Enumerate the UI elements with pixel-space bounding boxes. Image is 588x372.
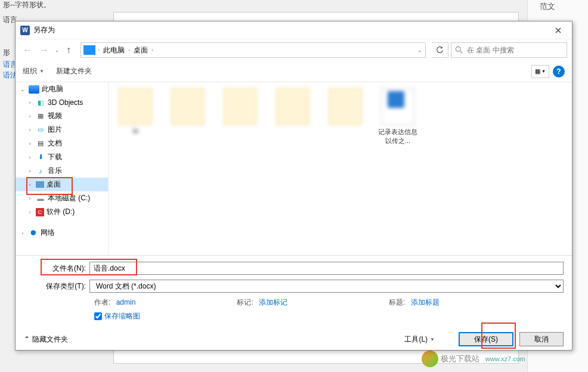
tag-label: 标记: [237, 298, 253, 306]
tree-item-network[interactable]: › ⬢ 网络 [16, 226, 108, 240]
document-icon [381, 88, 414, 125]
save-button[interactable]: 保存(S) [459, 332, 513, 346]
file-name: 记录表达信息以传之... [377, 128, 419, 145]
tree-item-local-c[interactable]: › ▬ 本地磁盘 (C:) [16, 191, 108, 205]
refresh-button[interactable] [432, 42, 448, 58]
tree-item-this-pc[interactable]: ⌄ 此电脑 [16, 82, 108, 96]
word-icon: W [20, 26, 30, 35]
new-folder-button[interactable]: 新建文件夹 [56, 66, 92, 76]
author-label: 作者: [94, 298, 110, 306]
title-label: 标题: [389, 298, 405, 306]
pc-icon [29, 85, 39, 94]
dialog-footer: 文件名(N): 保存类型(T): Word 文档 (*.docx) 作者: ad… [16, 255, 572, 350]
folder-icon [224, 88, 257, 125]
view-options-button[interactable]: ▦▼ [531, 65, 549, 78]
address-bar[interactable]: › 此电脑 › 桌面 › ⌄ [81, 42, 426, 58]
thumbnail-checkbox[interactable] [94, 312, 102, 320]
tree-label: 软件 (D:) [47, 207, 104, 217]
expand-icon[interactable]: › [19, 230, 26, 236]
organize-button[interactable]: 组织 ▼ [23, 66, 44, 76]
back-button[interactable]: ← [20, 43, 35, 57]
document-icon: ▤ [36, 139, 45, 148]
chevron-right-icon: › [151, 47, 153, 53]
breadcrumb-item[interactable]: 此电脑 [103, 45, 125, 55]
tree-item-videos[interactable]: › ▦ 视频 [16, 109, 108, 123]
tree-item-downloads[interactable]: › ⬇ 下载 [16, 150, 108, 164]
tools-button[interactable]: 工具(L) ▼ [404, 334, 435, 345]
expand-icon[interactable]: ⌄ [19, 86, 26, 92]
filetype-select[interactable]: Word 文档 (*.docx) [89, 280, 564, 293]
tree-item-documents[interactable]: › ▤ 文档 [16, 137, 108, 150]
expand-icon[interactable]: › [26, 154, 33, 160]
picture-icon: ▭ [36, 125, 45, 135]
titlebar: W 另存为 [16, 21, 572, 39]
filename-input[interactable] [89, 262, 564, 275]
file-item[interactable]: M [114, 88, 156, 145]
folder-icon [171, 88, 205, 125]
expand-icon[interactable]: › [26, 100, 33, 106]
file-view[interactable]: M [109, 82, 572, 255]
thumbnail-label[interactable]: 保存缩略图 [104, 311, 140, 321]
tree-item-software-d[interactable]: › C 软件 (D:) [16, 205, 108, 219]
expand-icon[interactable]: › [26, 209, 33, 215]
search-box[interactable] [451, 42, 567, 58]
location-icon [83, 45, 95, 55]
hide-folders-button[interactable]: ⌃ 隐藏文件夹 [24, 334, 68, 345]
search-input[interactable] [467, 46, 563, 54]
tree-label: 音乐 [48, 166, 104, 176]
disk-icon: ▬ [36, 194, 45, 203]
author-value[interactable]: admin [116, 298, 136, 306]
file-item[interactable] [272, 88, 314, 145]
add-tag-link[interactable]: 添加标记 [259, 298, 287, 306]
tree-label: 本地磁盘 (C:) [48, 193, 104, 203]
file-item[interactable] [324, 88, 366, 145]
expand-icon[interactable]: › [26, 168, 33, 174]
bg-text: 形 [3, 48, 10, 58]
close-button[interactable] [549, 23, 567, 38]
add-title-link[interactable]: 添加标题 [411, 298, 440, 306]
expand-icon[interactable]: › [26, 113, 33, 119]
tree-item-pictures[interactable]: › ▭ 图片 [16, 123, 108, 137]
expand-icon[interactable]: › [26, 196, 33, 202]
file-item[interactable] [219, 88, 261, 145]
tree-label: 桌面 [47, 179, 104, 190]
cancel-button[interactable]: 取消 [519, 332, 564, 346]
tree-item-3d-objects[interactable]: › ◧ 3D Objects [16, 96, 108, 109]
nav-bar: ← → ⌄ ↑ › 此电脑 › 桌面 › ⌄ [16, 39, 572, 61]
chevron-down-icon: ▼ [430, 337, 435, 342]
dialog-title: 另存为 [33, 25, 549, 35]
chevron-down-icon: ▼ [39, 69, 44, 74]
folder-tree[interactable]: ⌄ 此电脑 › ◧ 3D Objects › ▦ 视频 › ▭ 图片 › ▤ [16, 82, 109, 255]
watermark-text: 极光下载站 [441, 354, 479, 364]
svg-point-0 [456, 46, 460, 51]
tree-item-desktop[interactable]: › 桌面 [16, 178, 108, 191]
watermark-icon [422, 351, 438, 367]
download-icon: ⬇ [36, 153, 45, 162]
up-button[interactable]: ↑ [63, 44, 75, 56]
expand-icon[interactable]: › [26, 182, 33, 188]
save-as-dialog: W 另存为 ← → ⌄ ↑ › 此电脑 › 桌面 › ⌄ [15, 21, 572, 351]
disk-icon: C [36, 208, 44, 216]
watermark-url: www.xz7.com [485, 355, 525, 362]
address-dropdown[interactable]: ⌄ [414, 47, 425, 53]
expand-icon[interactable]: › [26, 141, 33, 147]
network-icon: ⬢ [29, 228, 38, 238]
file-item[interactable] [167, 88, 209, 145]
history-dropdown[interactable]: ⌄ [55, 48, 59, 53]
tree-label: 下载 [48, 152, 104, 162]
tree-label: 视频 [48, 111, 104, 121]
tree-label: 此电脑 [42, 84, 104, 94]
watermark: 极光下载站 www.xz7.com [422, 351, 525, 367]
search-icon [455, 46, 463, 54]
expand-icon[interactable]: › [26, 127, 33, 133]
file-item[interactable]: 记录表达信息以传之... [377, 88, 419, 145]
file-name: M [132, 128, 138, 135]
breadcrumb-item[interactable]: 桌面 [134, 45, 148, 55]
svg-line-1 [460, 51, 463, 54]
forward-button[interactable]: → [37, 43, 51, 57]
chevron-up-icon: ⌃ [24, 335, 30, 343]
tree-item-music[interactable]: › ♪ 音乐 [16, 164, 108, 178]
folder-icon [119, 88, 152, 125]
filename-label: 文件名(N): [24, 264, 89, 274]
help-button[interactable]: ? [553, 66, 565, 78]
